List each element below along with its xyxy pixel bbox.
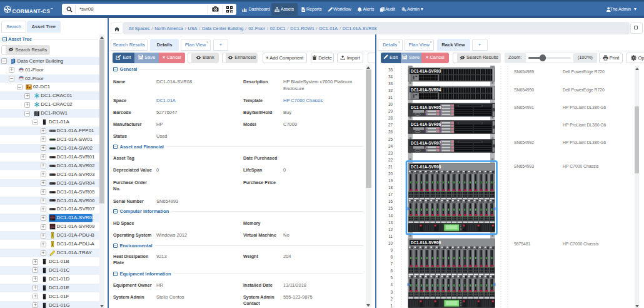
svg-text:9875481: 9875481	[514, 242, 531, 246]
svg-text:SN654990: SN654990	[514, 88, 534, 92]
svg-text:34: 34	[388, 74, 393, 79]
svg-text:20: 20	[388, 172, 393, 176]
svg-text:HP ProLiant DL380 G6: HP ProLiant DL380 G6	[563, 105, 606, 110]
svg-text:7: 7	[390, 262, 393, 266]
svg-text:DC1-01A-SVR08: DC1-01A-SVR08	[411, 165, 441, 169]
svg-text:13: 13	[388, 220, 393, 225]
svg-text:32: 32	[388, 88, 393, 93]
svg-text:5: 5	[390, 275, 393, 280]
svg-text:33: 33	[388, 81, 393, 86]
svg-text:21: 21	[388, 165, 393, 169]
svg-text:HP C7000 Chassis: HP C7000 Chassis	[563, 164, 599, 168]
svg-text:24: 24	[388, 144, 393, 148]
svg-text:17: 17	[388, 192, 393, 197]
svg-text:14: 14	[388, 213, 393, 218]
svg-text:SN654989: SN654989	[514, 69, 534, 74]
svg-text:DC1-01A-SVR05: DC1-01A-SVR05	[411, 105, 441, 110]
svg-text:15: 15	[388, 206, 393, 210]
svg-text:11: 11	[388, 234, 393, 239]
svg-text:1: 1	[390, 304, 393, 308]
svg-text:10: 10	[388, 241, 393, 245]
svg-text:26: 26	[388, 130, 393, 134]
svg-text:DC1-01A-SVR07: DC1-01A-SVR07	[411, 141, 441, 145]
svg-text:SN654992: SN654992	[514, 140, 534, 145]
svg-text:3: 3	[390, 290, 393, 294]
svg-text:HP C7000 Chassis: HP C7000 Chassis	[563, 242, 599, 246]
svg-text:35: 35	[388, 68, 393, 72]
svg-text:SN654991: SN654991	[514, 105, 534, 110]
svg-text:DC1-01A-SVR03: DC1-01A-SVR03	[411, 69, 441, 73]
svg-text:HP ProLiant DL380 G6: HP ProLiant DL380 G6	[563, 123, 606, 127]
svg-text:25: 25	[388, 137, 393, 141]
svg-text:16: 16	[388, 199, 393, 203]
svg-text:31: 31	[388, 95, 393, 100]
svg-text:4: 4	[390, 282, 393, 287]
svg-text:12: 12	[388, 227, 393, 232]
svg-text:9: 9	[390, 248, 393, 252]
svg-text:29: 29	[388, 109, 393, 113]
svg-text:Dell PowerEdge R720: Dell PowerEdge R720	[563, 69, 605, 74]
svg-text:6: 6	[390, 269, 393, 273]
svg-text:19: 19	[388, 178, 393, 183]
svg-text:23: 23	[388, 151, 393, 155]
svg-text:DC1-01A-SVR09: DC1-01A-SVR09	[411, 240, 441, 245]
svg-text:2: 2	[390, 297, 393, 301]
svg-text:8: 8	[390, 255, 393, 259]
svg-text:DC1-01A-SVR04: DC1-01A-SVR04	[411, 88, 441, 92]
svg-text:27: 27	[388, 123, 393, 127]
svg-text:18: 18	[388, 185, 393, 190]
svg-text:28: 28	[388, 116, 393, 120]
svg-text:SN654993: SN654993	[514, 164, 534, 168]
svg-text:Dell PowerEdge R720: Dell PowerEdge R720	[563, 88, 605, 93]
svg-text:30: 30	[388, 102, 393, 106]
svg-text:HP ProLiant DL380 G6: HP ProLiant DL380 G6	[563, 140, 606, 145]
svg-text:22: 22	[388, 158, 393, 162]
svg-text:DC1-01A-SVR06: DC1-01A-SVR06	[411, 122, 441, 126]
